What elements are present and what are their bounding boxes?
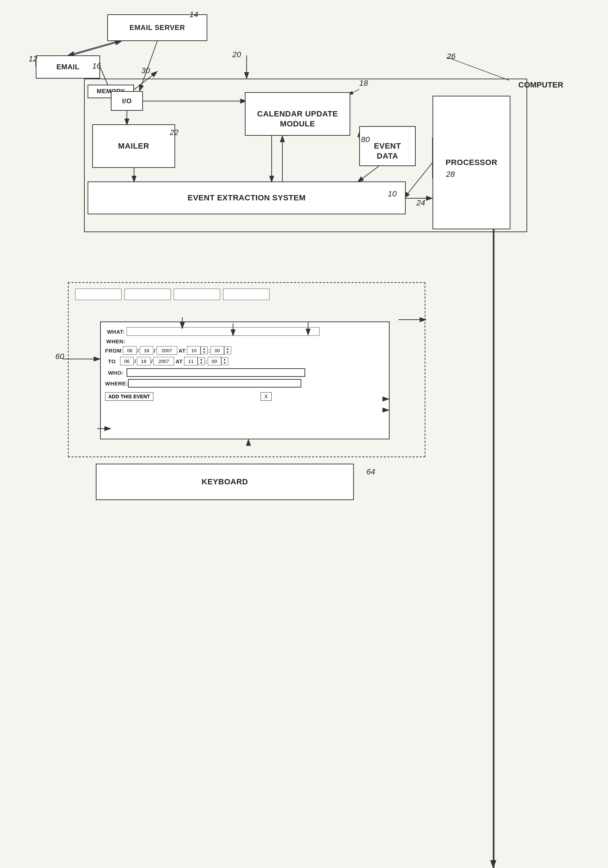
sep6: :: [205, 358, 207, 364]
ref-10: 10: [388, 189, 397, 198]
to-min-input[interactable]: [208, 357, 221, 366]
to-min-spinner[interactable]: ▲ ▼: [221, 357, 229, 365]
from-min-input[interactable]: [210, 346, 224, 355]
who-label: WHO:: [105, 370, 126, 376]
who-row: WHO:: [105, 368, 305, 377]
from-row: FROM / / AT ▲ ▼ : ▲ ▼: [105, 346, 231, 355]
to-hour-spinner[interactable]: ▲ ▼: [197, 357, 205, 365]
ref-16: 16: [92, 62, 101, 71]
svg-line-4: [72, 41, 121, 55]
ref-30: 30: [141, 66, 150, 75]
svg-line-20: [447, 57, 509, 81]
sep3: :: [208, 347, 210, 353]
to-row: TO / / AT ▲ ▼ : ▲ ▼: [105, 357, 229, 366]
diagram-container: EMAIL SERVER EMAIL COMPUTER MEMORY I/O M…: [0, 0, 608, 868]
what-label: WHAT:: [105, 329, 126, 335]
ref-28: 28: [446, 170, 455, 179]
ref-26: 26: [447, 52, 456, 61]
what-input[interactable]: [126, 327, 320, 336]
ref-80: 80: [361, 135, 370, 144]
close-button[interactable]: X: [261, 392, 272, 401]
ref-22: 22: [170, 128, 178, 137]
from-at-label: AT: [179, 347, 186, 353]
event-data-box: EVENT DATA: [359, 126, 416, 166]
ref-64: 64: [366, 467, 375, 476]
io-box: I/O: [111, 91, 143, 111]
from-min-spinner[interactable]: ▲ ▼: [224, 347, 231, 354]
from-hour-input[interactable]: [187, 346, 201, 355]
tab-2[interactable]: [124, 288, 171, 300]
event-extraction-box: EVENT EXTRACTION SYSTEM: [87, 181, 406, 214]
tab-3[interactable]: [174, 288, 220, 300]
mailer-box: MAILER: [92, 124, 175, 168]
to-hour-input[interactable]: [184, 357, 197, 366]
sep5: /: [151, 358, 153, 364]
inner-form-box: WHAT: WHEN: FROM / / AT ▲ ▼ : ▲ ▼: [100, 321, 390, 439]
to-at-label: AT: [176, 358, 183, 364]
sep2: /: [154, 347, 156, 353]
tab-bar: [75, 288, 269, 300]
ref-20: 20: [232, 50, 241, 59]
sep1: /: [137, 347, 139, 353]
computer-label: COMPUTER: [518, 81, 563, 90]
where-label: WHERE:: [105, 380, 128, 386]
processor-box: PROCESSOR: [432, 96, 510, 229]
add-event-button[interactable]: ADD THIS EVENT: [105, 392, 153, 401]
to-year-input[interactable]: [153, 357, 174, 366]
from-month-input[interactable]: [123, 346, 137, 355]
to-day-input[interactable]: [137, 357, 151, 366]
svg-line-5: [68, 41, 118, 55]
ref-18: 18: [359, 79, 368, 88]
ref-60: 60: [55, 352, 64, 361]
where-row: WHERE:: [105, 379, 301, 388]
where-input[interactable]: [128, 379, 301, 388]
what-row: WHAT:: [105, 327, 320, 336]
to-month-input[interactable]: [120, 357, 134, 366]
when-label: WHEN:: [105, 338, 126, 344]
button-row: ADD THIS EVENT X: [105, 392, 393, 401]
ref-24: 24: [417, 198, 425, 208]
when-row: WHEN:: [105, 338, 126, 344]
calendar-update-box: CALENDAR UPDATE MODULE: [245, 92, 350, 136]
from-year-input[interactable]: [157, 346, 177, 355]
tab-4[interactable]: [223, 288, 269, 300]
email-box: EMAIL: [36, 55, 100, 79]
tab-1[interactable]: [75, 288, 121, 300]
ref-14: 14: [190, 10, 198, 19]
ref-12: 12: [29, 54, 37, 64]
who-input[interactable]: [126, 368, 305, 377]
from-day-input[interactable]: [140, 346, 153, 355]
to-label: TO: [105, 358, 119, 364]
sep4: /: [134, 358, 136, 364]
from-hour-spinner[interactable]: ▲ ▼: [201, 347, 208, 354]
keyboard-box: KEYBOARD: [96, 463, 354, 500]
from-label: FROM: [105, 347, 121, 353]
